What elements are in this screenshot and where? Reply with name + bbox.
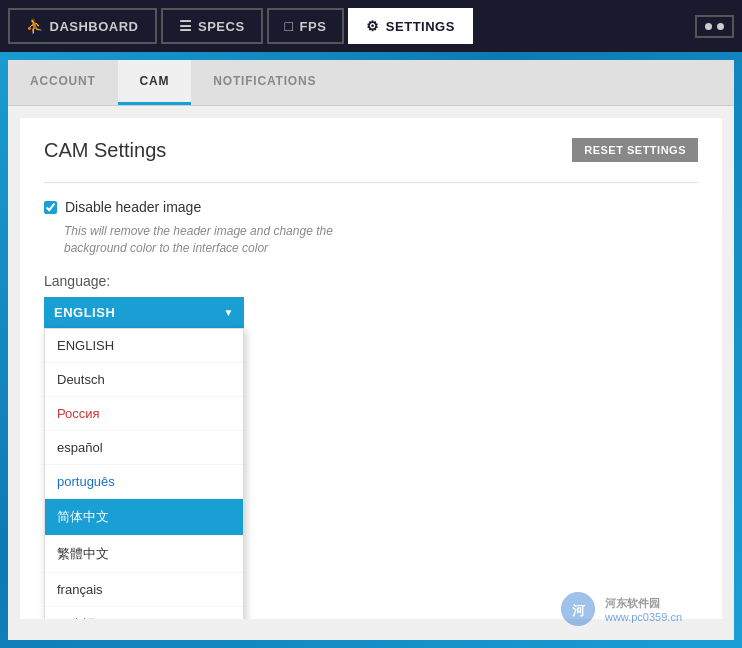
panel-title: CAM Settings [44, 139, 166, 162]
dot-1 [705, 23, 712, 30]
tab-notifications[interactable]: NOTIFICATIONS [191, 60, 338, 105]
watermark: 河 河东软件园 www.pc0359.cn [559, 590, 682, 628]
tab-account[interactable]: ACCOUNT [8, 60, 118, 105]
lang-simplified-chinese[interactable]: 简体中文 [45, 499, 243, 536]
settings-panel: CAM Settings RESET SETTINGS Disable head… [20, 118, 722, 619]
reset-settings-button[interactable]: RESET SETTINGS [572, 138, 698, 162]
dashboard-button[interactable]: ⛹ DASHBOARD [8, 8, 157, 44]
lang-english[interactable]: ENGLISH [45, 329, 243, 363]
lang-portugues[interactable]: português [45, 465, 243, 499]
checkbox-description: This will remove the header image and ch… [64, 223, 698, 257]
watermark-text: 河东软件园 www.pc0359.cn [605, 596, 682, 623]
tab-cam[interactable]: CAM [118, 60, 192, 105]
nav-dots[interactable] [695, 15, 734, 38]
disable-header-label[interactable]: Disable header image [65, 199, 201, 215]
settings-button[interactable]: ⚙ SETTINGS [348, 8, 473, 44]
lang-deutsch[interactable]: Deutsch [45, 363, 243, 397]
language-dropdown[interactable]: ENGLISH ▼ ENGLISH Deutsch Россия español… [44, 297, 244, 328]
selected-language-text: ENGLISH [54, 305, 115, 320]
dropdown-selected[interactable]: ENGLISH ▼ [44, 297, 244, 328]
tabs-bar: ACCOUNT CAM NOTIFICATIONS [8, 60, 734, 106]
dot-2 [717, 23, 724, 30]
svg-text:河: 河 [571, 603, 585, 618]
settings-icon: ⚙ [366, 18, 380, 34]
panel-header: CAM Settings RESET SETTINGS [44, 138, 698, 162]
specs-icon: ☰ [179, 18, 193, 34]
disable-header-row: Disable header image [44, 199, 698, 215]
lang-japanese[interactable]: 日本語 [45, 607, 243, 619]
fps-label: FPS [300, 19, 327, 34]
language-label: Language: [44, 273, 698, 289]
fps-button[interactable]: □ FPS [267, 8, 345, 44]
fps-icon: □ [285, 18, 294, 34]
top-nav: ⛹ DASHBOARD ☰ SPECS □ FPS ⚙ SETTINGS [0, 0, 742, 52]
lang-espanol[interactable]: español [45, 431, 243, 465]
dropdown-list: ENGLISH Deutsch Россия español português… [44, 328, 244, 619]
lang-traditional-chinese[interactable]: 繁體中文 [45, 536, 243, 573]
divider [44, 182, 698, 183]
lang-french[interactable]: français [45, 573, 243, 607]
dashboard-label: DASHBOARD [50, 19, 139, 34]
specs-label: SPECS [198, 19, 245, 34]
lang-russia[interactable]: Россия [45, 397, 243, 431]
specs-button[interactable]: ☰ SPECS [161, 8, 263, 44]
main-content: ACCOUNT CAM NOTIFICATIONS CAM Settings R… [8, 60, 734, 640]
settings-label: SETTINGS [386, 19, 455, 34]
dashboard-icon: ⛹ [26, 18, 44, 34]
dropdown-arrow-icon: ▼ [224, 307, 234, 318]
watermark-logo: 河 [559, 590, 597, 628]
disable-header-checkbox[interactable] [44, 201, 57, 214]
